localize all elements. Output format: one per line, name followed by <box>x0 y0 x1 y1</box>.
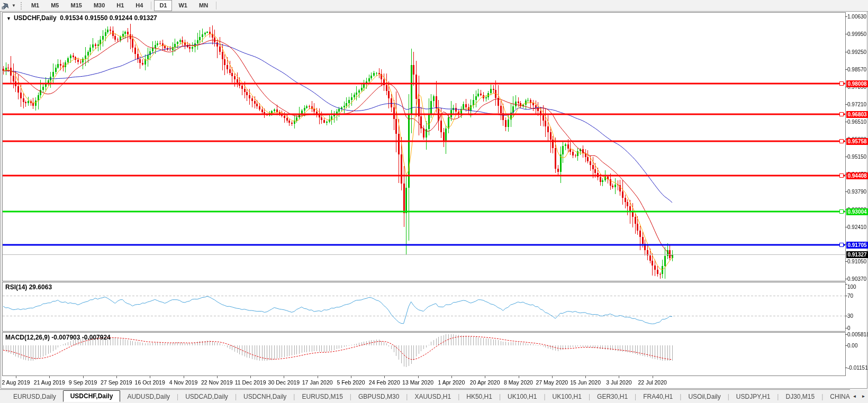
chart-ohlc-values: 0.91534 0.91550 0.91244 0.91327 <box>60 14 157 22</box>
timeframe-button-m30[interactable]: M30 <box>88 0 110 11</box>
timeframe-button-h4[interactable]: H4 <box>130 0 148 11</box>
timeframe-button-d1[interactable]: D1 <box>154 0 172 11</box>
macd-indicator-label: MACD(12,26,9) -0.007903 -0.007924 <box>5 334 111 341</box>
toolbar-separator <box>216 2 216 10</box>
tab-xauusd-h1[interactable]: XAUUSD,H1 <box>408 391 458 402</box>
tab-audusd-daily[interactable]: AUDUSD,Daily <box>120 391 177 402</box>
timeframe-button-m15[interactable]: M15 <box>65 0 87 11</box>
tab-scroll-arrows: ◄ ► <box>850 389 868 403</box>
timeframe-button-w1[interactable]: W1 <box>173 0 193 11</box>
top-toolbar: ▼ M1M5M15M30H1H4D1W1MN <box>0 0 868 12</box>
tab-eurusd-m15[interactable]: EURUSD,M15 <box>295 391 349 402</box>
tab-scroll-left-button[interactable]: ◄ <box>851 393 858 400</box>
tab-eurusd-daily[interactable]: EURUSD,Daily <box>6 391 63 402</box>
chart-shift-icon <box>2 2 10 10</box>
chart-canvas[interactable] <box>0 0 868 403</box>
tab-fra40-h1[interactable]: FRA40,H1 <box>636 391 680 402</box>
tab-usdcnh-daily[interactable]: USDCNH,Daily <box>237 391 293 402</box>
timeframe-button-m5[interactable]: M5 <box>46 0 64 11</box>
tab-dj30-m15[interactable]: DJ30,M15 <box>779 391 821 402</box>
tab-uk100-h1[interactable]: UK100,H1 <box>501 391 544 402</box>
symbol-dropdown-icon[interactable]: ▼ <box>6 16 11 21</box>
timeframe-button-m1[interactable]: M1 <box>26 0 44 11</box>
tab-uk100-h1[interactable]: UK100,H1 <box>546 391 589 402</box>
chart-symbol-label: USDCHF,Daily <box>14 14 57 22</box>
timeframe-button-mn[interactable]: MN <box>194 0 213 11</box>
rsi-indicator-label: RSI(14) 29.6063 <box>5 283 52 291</box>
toolbar-grip <box>21 2 22 10</box>
tab-usdcad-daily[interactable]: USDCAD,Daily <box>178 391 235 402</box>
timeframe-button-h1[interactable]: H1 <box>111 0 129 11</box>
tab-scroll-right-button[interactable]: ► <box>860 393 867 400</box>
tab-usdjpy-h1[interactable]: USDJPY,H1 <box>729 391 777 402</box>
chart-tools-button[interactable]: ▼ <box>0 2 18 10</box>
chart-title: ▼USDCHF,Daily 0.91534 0.91550 0.91244 0.… <box>6 14 157 22</box>
toolbar-separator <box>151 2 151 10</box>
tab-usdchf-daily[interactable]: USDCHF,Daily <box>63 390 121 402</box>
tab-hk50-h1[interactable]: HK50,H1 <box>459 391 499 402</box>
chart-tab-bar: EURUSD,DailyUSDCHF,DailyAUDUSD,Daily|USD… <box>0 389 868 403</box>
tab-usoil-daily[interactable]: USOil,Daily <box>681 391 727 402</box>
timeframe-toolbar: M1M5M15M30H1H4D1W1MN <box>25 0 219 11</box>
tab-ger30-h1[interactable]: GER30,H1 <box>590 391 635 402</box>
caret-down-icon: ▼ <box>12 3 16 8</box>
tab-gbpusd-m30[interactable]: GBPUSD,M30 <box>351 391 406 402</box>
